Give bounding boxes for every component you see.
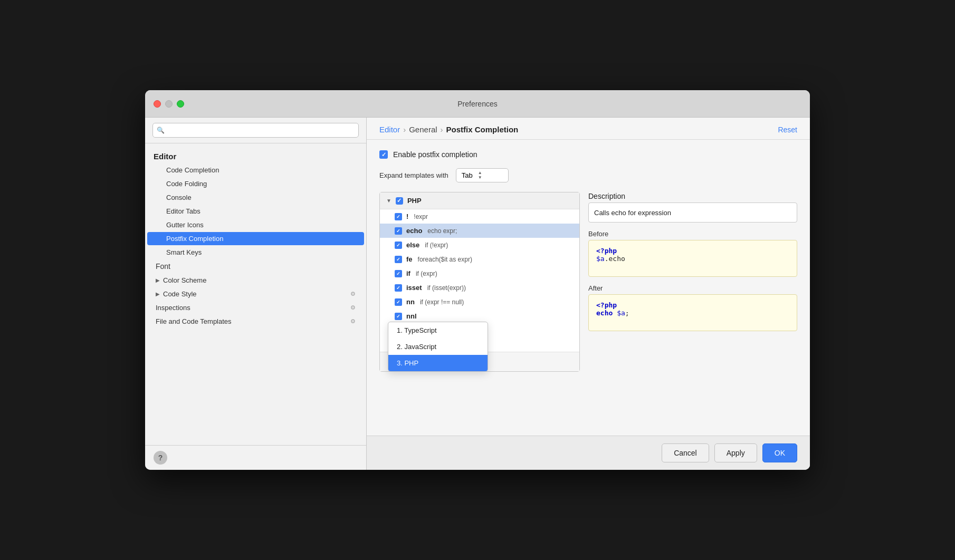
- content-area: 🔍 Editor Code Completion Code Folding Co…: [145, 118, 810, 470]
- before-label: Before: [588, 230, 797, 238]
- checkbox-nnl[interactable]: [395, 313, 402, 320]
- sidebar-item-code-folding[interactable]: Code Folding: [147, 177, 364, 190]
- editor-section-label: Editor: [145, 150, 366, 163]
- inspections-icon: ⚙: [350, 304, 356, 311]
- description-panel: Description document.querySelector('[dat…: [588, 192, 797, 372]
- template-row-nn[interactable]: nn if (expr !== null): [380, 295, 579, 309]
- after-label: After: [588, 284, 797, 292]
- php-header-checkbox[interactable]: [396, 197, 403, 205]
- expand-templates-dropdown[interactable]: Tab ▲ ▼: [456, 168, 509, 182]
- search-input[interactable]: [152, 123, 359, 138]
- tpl-key-fe: fe: [406, 255, 413, 263]
- tpl-key-nnl: nnl: [406, 312, 417, 320]
- sidebar-item-color-scheme[interactable]: ▶ Color Scheme: [147, 274, 364, 287]
- apply-button[interactable]: Apply: [714, 443, 757, 462]
- template-row-if[interactable]: if if (expr): [380, 266, 579, 281]
- checkbox-else[interactable]: [395, 242, 402, 249]
- before-section: Before <?php $a.echo: [588, 230, 797, 277]
- dropdown-option-javascript[interactable]: 2. JavaScript: [388, 339, 488, 355]
- dropdown-popup: 1. TypeScript 2. JavaScript 3. PHP: [388, 322, 488, 372]
- file-code-templates-icon: ⚙: [350, 318, 356, 325]
- search-bar: 🔍: [145, 118, 366, 143]
- checkbox-excl[interactable]: [395, 213, 402, 220]
- dropdown-arrows: ▲ ▼: [478, 171, 482, 180]
- code-style-icon: ⚙: [350, 291, 356, 297]
- sidebar-item-smart-keys[interactable]: Smart Keys: [147, 246, 364, 259]
- description-section: Description document.querySelector('[dat…: [588, 192, 797, 223]
- after-code-block: <?php echo $a;: [588, 294, 797, 331]
- description-label: Description: [588, 192, 797, 200]
- after-section: After <?php echo $a;: [588, 284, 797, 331]
- sidebar-item-inspections[interactable]: Inspections ⚙: [147, 301, 364, 314]
- breadcrumb-postfix: Postfix Completion: [446, 125, 519, 134]
- expand-row: Expand templates with Tab ▲ ▼: [379, 168, 797, 182]
- tpl-key-if: if: [406, 269, 410, 277]
- breadcrumb-sep2: ›: [441, 125, 443, 134]
- sidebar-footer: ?: [145, 445, 366, 470]
- search-icon: 🔍: [157, 127, 165, 134]
- sidebar-item-file-code-templates[interactable]: File and Code Templates ⚙: [147, 315, 364, 328]
- breadcrumb-editor[interactable]: Editor: [379, 125, 400, 134]
- cancel-button[interactable]: Cancel: [662, 443, 709, 462]
- help-button[interactable]: ?: [154, 451, 167, 465]
- enable-row: Enable postfix completion: [379, 150, 797, 159]
- tpl-desc-isset: if (isset(expr)): [427, 284, 466, 292]
- checkbox-echo[interactable]: [395, 227, 402, 235]
- template-row-else[interactable]: else if (!expr): [380, 238, 579, 252]
- ok-button[interactable]: OK: [762, 443, 797, 462]
- tpl-desc-echo: echo expr;: [427, 227, 457, 235]
- php-collapse-arrow: ▼: [386, 198, 391, 204]
- after-line2: echo $a;: [596, 309, 789, 317]
- enable-postfix-label: Enable postfix completion: [393, 150, 478, 159]
- titlebar: Preferences: [145, 90, 810, 118]
- checkbox-nn[interactable]: [395, 298, 402, 306]
- breadcrumb: Editor › General › Postfix Completion: [379, 125, 518, 134]
- arrow-down-icon: ▼: [478, 176, 482, 180]
- sidebar-item-code-style[interactable]: ▶ Code Style ⚙: [147, 287, 364, 301]
- sidebar-item-editor-tabs[interactable]: Editor Tabs: [147, 205, 364, 218]
- php-header[interactable]: ▼ PHP: [380, 192, 579, 209]
- window-title: Preferences: [457, 100, 497, 108]
- tpl-key-else: else: [406, 241, 419, 249]
- php-header-label: PHP: [407, 197, 422, 205]
- expand-templates-value: Tab: [462, 171, 473, 179]
- expand-arrow-color-scheme: ▶: [156, 277, 160, 283]
- template-row-fe[interactable]: fe foreach($it as expr): [380, 252, 579, 266]
- description-input[interactable]: [588, 202, 797, 223]
- expand-arrow-code-style: ▶: [156, 291, 160, 297]
- tpl-key-echo: echo: [406, 227, 422, 235]
- before-line2: $a.echo: [596, 255, 789, 263]
- after-line1: <?php: [596, 301, 789, 309]
- tpl-desc-nn: if (expr !== null): [420, 298, 464, 306]
- tpl-key-nn: nn: [406, 298, 415, 306]
- breadcrumb-general: General: [409, 125, 437, 134]
- checkbox-isset[interactable]: [395, 284, 402, 292]
- sidebar-item-code-completion[interactable]: Code Completion: [147, 163, 364, 177]
- arrow-up-icon: ▲: [478, 171, 482, 175]
- reset-button[interactable]: Reset: [778, 125, 797, 134]
- dropdown-option-php[interactable]: 3. PHP: [388, 355, 488, 371]
- sidebar-item-postfix-completion[interactable]: Postfix Completion: [147, 232, 364, 245]
- template-row-echo[interactable]: echo echo expr;: [380, 224, 579, 238]
- minimize-button[interactable]: [165, 100, 173, 108]
- traffic-lights: [154, 100, 184, 108]
- enable-postfix-checkbox[interactable]: [379, 150, 388, 159]
- before-code-block: <?php $a.echo: [588, 240, 797, 277]
- dropdown-option-typescript[interactable]: 1. TypeScript: [388, 322, 488, 339]
- checkbox-if[interactable]: [395, 270, 402, 277]
- sidebar-item-console[interactable]: Console: [147, 191, 364, 204]
- template-row-nnl[interactable]: nnl: [380, 309, 579, 323]
- two-col-layout: ▼ PHP ! !expr: [379, 192, 797, 372]
- checkbox-fe[interactable]: [395, 256, 402, 263]
- close-button[interactable]: [154, 100, 161, 108]
- panel-body: Enable postfix completion Expand templat…: [367, 140, 810, 436]
- maximize-button[interactable]: [177, 100, 184, 108]
- sidebar-tree: Editor Code Completion Code Folding Cons…: [145, 143, 366, 445]
- sidebar-item-font[interactable]: Font: [147, 259, 364, 273]
- preferences-window: Preferences 🔍 Editor Code Completion Cod…: [145, 90, 810, 470]
- template-row-isset[interactable]: isset if (isset(expr)): [380, 281, 579, 295]
- sidebar-item-gutter-icons[interactable]: Gutter Icons: [147, 218, 364, 231]
- template-row-excl[interactable]: ! !expr: [380, 209, 579, 224]
- breadcrumb-bar: Editor › General › Postfix Completion Re…: [367, 118, 810, 140]
- tpl-key-isset: isset: [406, 284, 422, 292]
